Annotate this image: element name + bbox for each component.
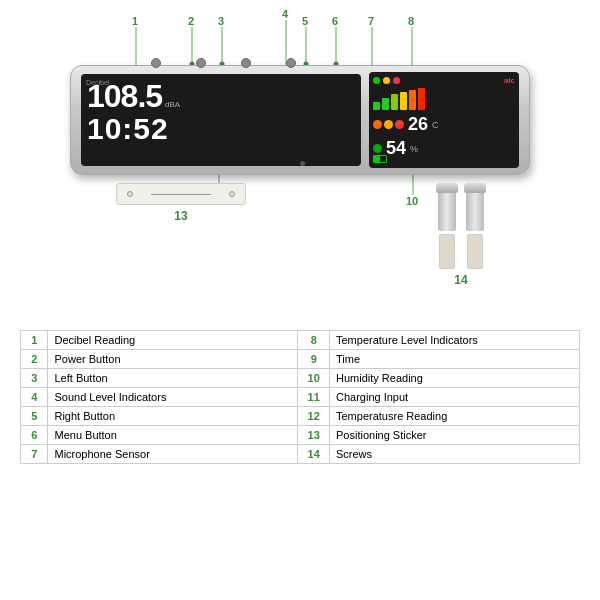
humidity-row: 54 % [373, 138, 515, 159]
row-right-num: 12 [298, 407, 330, 426]
microphone-sensor [300, 161, 305, 166]
num-label-4: 4 [282, 10, 289, 20]
positioning-sticker [116, 183, 246, 205]
screw-anchor-2 [466, 183, 484, 269]
time-display: 10:52 [87, 114, 169, 144]
row-left-label: Microphone Sensor [48, 445, 298, 464]
sticker-dot-left [127, 191, 133, 197]
dba-label: dBA [165, 100, 180, 109]
device: Decibel 108.5 dBA 10:52 alc [70, 65, 530, 175]
bar-3 [391, 94, 398, 110]
screw-head-2 [464, 183, 486, 193]
table-row: 1 Decibel Reading 8 Temperature Level In… [21, 331, 580, 350]
left-button[interactable] [196, 58, 206, 68]
right-button[interactable] [241, 58, 251, 68]
dot-red [393, 77, 400, 84]
temp-icon2 [384, 120, 393, 129]
temp-icon3 [395, 120, 404, 129]
sticker-item: 13 [116, 183, 246, 223]
humidity-value: 54 [386, 138, 406, 159]
bar-2 [382, 98, 389, 110]
bar-6 [418, 88, 425, 110]
row-right-num: 8 [298, 331, 330, 350]
screws-num: 14 [454, 273, 467, 287]
row-left-label: Left Button [48, 369, 298, 388]
temp-unit: C [432, 120, 439, 130]
indicator-dots-row: alc [373, 76, 515, 85]
humidity-unit: % [410, 144, 418, 154]
row-left-label: Menu Button [48, 426, 298, 445]
sticker-line [151, 194, 211, 195]
row-right-num: 13 [298, 426, 330, 445]
device-screen: Decibel 108.5 dBA 10:52 [81, 74, 361, 166]
anchor-2 [467, 234, 483, 269]
legend-table: 1 Decibel Reading 8 Temperature Level In… [20, 330, 580, 464]
temp-row: 26 C [373, 114, 515, 135]
device-right-panel: alc 26 [369, 72, 519, 168]
battery-icon [373, 155, 387, 163]
row-right-label: Positioning Sticker [330, 426, 580, 445]
humidity-icon [373, 144, 382, 153]
menu-button[interactable] [286, 58, 296, 68]
screw-anchor-1 [438, 183, 456, 269]
table-row: 4 Sound Level Indicators 11 Charging Inp… [21, 388, 580, 407]
diagram-area: 1 2 3 4 5 6 7 [20, 10, 580, 320]
row-left-num: 1 [21, 331, 48, 350]
main-container: 1 2 3 4 5 6 7 [0, 0, 600, 600]
table-row: 3 Left Button 10 Humidity Reading [21, 369, 580, 388]
row-right-label: Temperatusre Reading [330, 407, 580, 426]
num-label-5: 5 [302, 15, 308, 27]
row-left-num: 7 [21, 445, 48, 464]
table-row: 2 Power Button 9 Time [21, 350, 580, 369]
row-right-label: Time [330, 350, 580, 369]
power-button[interactable] [151, 58, 161, 68]
row-right-label: Temperature Level Indicators [330, 331, 580, 350]
num-label-1: 1 [132, 15, 138, 27]
temp-icon [373, 120, 382, 129]
device-buttons [151, 58, 296, 68]
screw-2 [466, 183, 484, 231]
row-right-num: 9 [298, 350, 330, 369]
num-label-3: 3 [218, 15, 224, 27]
temperature-value: 26 [408, 114, 428, 135]
bar-indicators [373, 88, 515, 110]
screws-container [438, 183, 484, 269]
num-label-8: 8 [408, 15, 414, 27]
row-right-num: 14 [298, 445, 330, 464]
row-left-label: Right Button [48, 407, 298, 426]
num-label-6: 6 [332, 15, 338, 27]
row-right-label: Charging Input [330, 388, 580, 407]
accessories-row: 13 [20, 183, 580, 287]
row-right-label: Humidity Reading [330, 369, 580, 388]
row-left-label: Power Button [48, 350, 298, 369]
screws-item: 14 [438, 183, 484, 287]
table-row: 5 Right Button 12 Temperatusre Reading [21, 407, 580, 426]
table-row: 7 Microphone Sensor 14 Screws [21, 445, 580, 464]
row-left-label: Sound Level Indicators [48, 388, 298, 407]
num-label-2: 2 [188, 15, 194, 27]
sticker-num: 13 [174, 209, 187, 223]
screw-1 [438, 183, 456, 231]
decibel-label: Decibel [86, 79, 109, 86]
bar-4 [400, 92, 407, 110]
alc-label: alc [504, 76, 515, 85]
charging-indicator [373, 155, 387, 163]
row-left-label: Decibel Reading [48, 331, 298, 350]
num-label-7: 7 [368, 15, 374, 27]
row-left-num: 2 [21, 350, 48, 369]
row-left-num: 6 [21, 426, 48, 445]
bar-5 [409, 90, 416, 110]
level-dots [373, 77, 400, 84]
bar-1 [373, 102, 380, 110]
dot-green [373, 77, 380, 84]
row-right-num: 11 [298, 388, 330, 407]
row-right-label: Screws [330, 445, 580, 464]
row-left-num: 4 [21, 388, 48, 407]
table-row: 6 Menu Button 13 Positioning Sticker [21, 426, 580, 445]
dot-yellow [383, 77, 390, 84]
sticker-dot-right [229, 191, 235, 197]
screw-head-1 [436, 183, 458, 193]
row-left-num: 5 [21, 407, 48, 426]
row-right-num: 10 [298, 369, 330, 388]
battery-fill [374, 156, 380, 162]
